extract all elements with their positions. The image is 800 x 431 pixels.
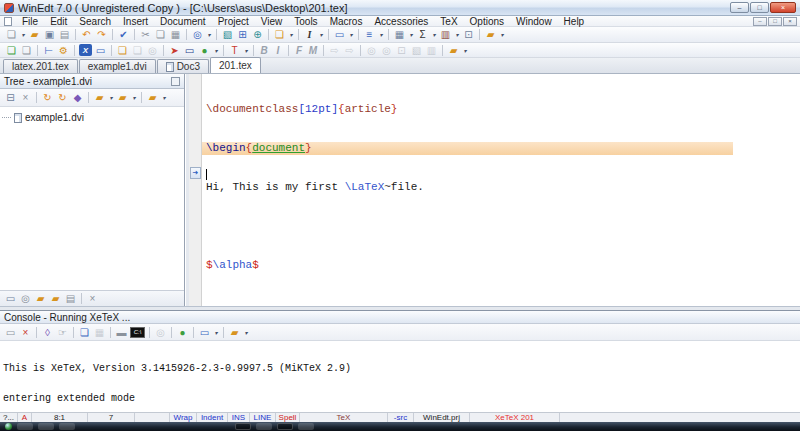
bibliography-icon[interactable]: ▥ xyxy=(438,28,453,41)
spellcheck-icon[interactable]: ✔ xyxy=(116,28,131,41)
insert-table-icon[interactable]: ⊞ xyxy=(235,28,250,41)
menu-file[interactable]: File xyxy=(16,16,44,27)
mdi-restore-button[interactable]: □ xyxy=(768,17,782,26)
list-environment-icon[interactable]: ≡ xyxy=(362,28,377,41)
chevron-down-icon[interactable]: ▾ xyxy=(407,28,415,41)
hyperlink-icon[interactable]: ⊕ xyxy=(250,28,265,41)
chevron-down-icon[interactable]: ▾ xyxy=(287,28,295,41)
copy-console-icon[interactable]: ❏ xyxy=(77,326,92,339)
chevron-down-icon[interactable]: ▾ xyxy=(205,28,213,41)
run-macro-icon[interactable]: ● xyxy=(197,44,212,57)
duplicate-document-icon[interactable]: ❏ xyxy=(19,44,34,57)
chevron-down-icon[interactable]: ▾ xyxy=(19,28,27,41)
chevron-down-icon[interactable]: ▾ xyxy=(498,28,506,41)
makeindex-button[interactable]: I xyxy=(271,44,285,57)
mdi-minimize-button[interactable]: – xyxy=(753,17,767,26)
docs-icon[interactable]: ▥ xyxy=(424,44,439,57)
console-window-icon[interactable]: ▭ xyxy=(3,326,18,339)
paste-icon[interactable]: ▦ xyxy=(168,28,183,41)
maximize-button[interactable]: □ xyxy=(750,2,769,13)
chevron-down-icon[interactable]: ▾ xyxy=(212,326,220,339)
rebuild-tree-icon[interactable]: ↻ xyxy=(55,91,70,104)
inspect-icon[interactable]: ◎ xyxy=(18,292,33,305)
clear-console-icon[interactable]: ◊ xyxy=(40,326,55,339)
chevron-down-icon[interactable]: ▾ xyxy=(347,28,355,41)
folder-options-icon[interactable]: ▰ xyxy=(145,91,160,104)
command-prompt-icon[interactable]: C:\ xyxy=(130,327,145,338)
dvi-preview-icon[interactable]: ▭ xyxy=(93,44,108,57)
file-folder-icon[interactable]: ▰ xyxy=(48,292,63,305)
button-bar-icon[interactable]: ▬ xyxy=(114,326,129,339)
save-icon[interactable]: ▣ xyxy=(42,28,57,41)
chevron-down-icon[interactable]: ▾ xyxy=(130,91,138,104)
options-icon[interactable]: ⚙ xyxy=(56,44,71,57)
graphics-tool-icon[interactable]: ▧ xyxy=(409,44,424,57)
open-file-icon[interactable]: ▰ xyxy=(27,28,42,41)
chevron-down-icon[interactable]: ▾ xyxy=(212,44,220,57)
copy-output-icon[interactable]: ❏ xyxy=(130,44,145,57)
paste-console-icon[interactable]: ▦ xyxy=(92,326,107,339)
copy-icon[interactable]: ❏ xyxy=(153,28,168,41)
collapse-tree-icon[interactable]: ⊟ xyxy=(3,91,18,104)
run-latex-icon[interactable]: ➤ xyxy=(167,44,182,57)
find-in-files-icon[interactable]: ◎ xyxy=(364,44,379,57)
stop-icon[interactable]: × xyxy=(18,326,33,339)
chevron-down-icon[interactable]: ▾ xyxy=(461,44,469,57)
print-icon[interactable]: ▤ xyxy=(57,28,72,41)
output-view-icon[interactable]: ▭ xyxy=(197,326,212,339)
menu-help[interactable]: Help xyxy=(558,16,591,27)
tree-panel-close-button[interactable] xyxy=(171,77,180,86)
font-style-icon[interactable]: I xyxy=(302,28,317,41)
tree-item-example1-dvi[interactable]: example1.dvi xyxy=(2,112,182,123)
ps-to-pdf-icon[interactable]: ⇨ xyxy=(342,44,357,57)
status-wrap-toggle[interactable]: Wrap xyxy=(170,413,197,422)
code-area[interactable]: \documentclass[12pt]{article} \begin{doc… xyxy=(202,74,800,306)
pdf-preview-icon[interactable]: ▭ xyxy=(182,44,197,57)
text-color-icon[interactable]: T xyxy=(227,44,242,57)
status-indent-toggle[interactable]: Indent xyxy=(197,413,228,422)
cut-icon[interactable]: ✂ xyxy=(138,28,153,41)
delete-icon[interactable]: × xyxy=(18,91,33,104)
chevron-down-icon[interactable]: ▾ xyxy=(242,44,250,57)
menu-tex[interactable]: TeX xyxy=(434,16,463,27)
display-mode-icon[interactable]: ▭ xyxy=(332,28,347,41)
find-symbol-icon[interactable]: ◎ xyxy=(379,44,394,57)
console-output[interactable]: This is XeTeX, Version 3.1415926-2.3-0.9… xyxy=(0,341,800,412)
gather-icon[interactable]: ❏ xyxy=(115,44,130,57)
chevron-down-icon[interactable]: ▾ xyxy=(377,28,385,41)
open-folder-icon[interactable]: ▰ xyxy=(92,91,107,104)
menu-search[interactable]: Search xyxy=(73,16,117,27)
status-mode[interactable]: TeX xyxy=(300,413,388,422)
xetex-compile-icon[interactable]: X xyxy=(79,44,92,56)
taskbar-item[interactable] xyxy=(256,423,272,430)
menu-insert[interactable]: Insert xyxy=(117,16,154,27)
menu-tools[interactable]: Tools xyxy=(288,16,323,27)
taskbar-item[interactable] xyxy=(277,423,293,430)
tab-example1-dvi[interactable]: example1.dvi xyxy=(79,59,156,73)
tab-201-tex[interactable]: 201.tex xyxy=(210,57,261,73)
menu-macros[interactable]: Macros xyxy=(324,16,369,27)
menu-project[interactable]: Project xyxy=(212,16,255,27)
help-folder-icon[interactable]: ▰ xyxy=(446,44,461,57)
status-line-toggle[interactable]: LINE xyxy=(250,413,276,422)
math-sum-icon[interactable]: Σ xyxy=(415,28,430,41)
status-insert-toggle[interactable]: INS xyxy=(228,413,250,422)
mdi-close-button[interactable]: × xyxy=(783,17,797,26)
status-spell-toggle[interactable]: Spell xyxy=(276,413,300,422)
new-folder-icon[interactable]: ▰ xyxy=(115,91,130,104)
bibtex-button[interactable]: B xyxy=(257,44,271,57)
document-icon[interactable] xyxy=(4,17,12,26)
close-panel-icon[interactable]: × xyxy=(85,292,100,305)
tab-latex-201-tex[interactable]: latex.201.tex xyxy=(3,59,78,73)
menu-window[interactable]: Window xyxy=(510,16,558,27)
project-folder-icon[interactable]: ▰ xyxy=(33,292,48,305)
macros-folder-icon[interactable]: ▰ xyxy=(483,28,498,41)
dvi-to-pdf-icon[interactable]: ⇨ xyxy=(327,44,342,57)
chevron-down-icon[interactable]: ▾ xyxy=(107,91,115,104)
chevron-down-icon[interactable]: ▾ xyxy=(453,28,461,41)
frame-icon[interactable]: ⊡ xyxy=(461,28,476,41)
menu-edit[interactable]: Edit xyxy=(44,16,73,27)
search-output-icon[interactable]: ◎ xyxy=(145,44,160,57)
minimize-button[interactable]: – xyxy=(730,2,749,13)
chevron-down-icon[interactable]: ▾ xyxy=(317,28,325,41)
